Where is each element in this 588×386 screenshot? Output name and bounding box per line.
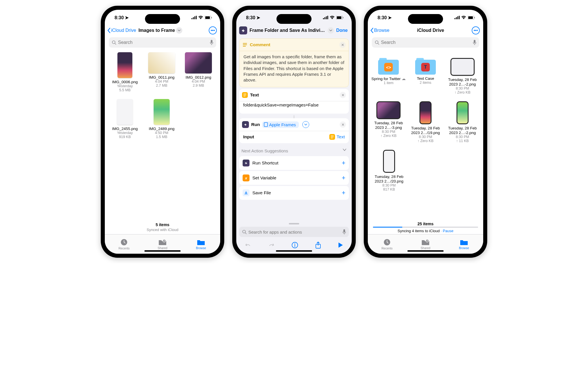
folder-item[interactable]: <> Spring for Twitter ☁︎ 1 item (371, 58, 407, 94)
home-indicator[interactable] (144, 250, 181, 252)
suggestion-save-file[interactable]: Save File + (239, 186, 349, 200)
close-icon[interactable]: ✕ (339, 42, 346, 48)
file-item[interactable]: IMG_0012.png 4:04 PM 2.9 MB (181, 52, 216, 92)
info-button[interactable] (291, 242, 298, 250)
mic-icon[interactable] (343, 229, 346, 234)
back-button[interactable]: iCloud Drive (107, 28, 136, 33)
device-frame-2: 8:30 ➤ Frame Folder and Save As Indivi… … (232, 6, 356, 258)
file-item[interactable]: Tuesday, 28 Feb 2023 2…/20.png 8:30 PM 8… (371, 150, 407, 191)
file-item[interactable]: Tuesday, 28 Feb 2023 2…-2.png 8:30 PM ↑ … (444, 58, 480, 94)
nav-bar: Browse iCloud Drive ••• (368, 25, 483, 37)
plus-icon[interactable]: + (342, 189, 345, 197)
tab-browse[interactable]: Browse (182, 234, 220, 254)
svg-line-31 (245, 233, 246, 234)
file-item[interactable]: IMG_2455.png Yesterday 919 KB (108, 99, 142, 139)
home-indicator[interactable] (407, 250, 444, 252)
clock-icon (383, 238, 391, 246)
svg-rect-39 (457, 16, 458, 19)
svg-rect-46 (474, 40, 475, 43)
chevron-down-icon (343, 148, 347, 151)
done-button[interactable]: Done (336, 28, 348, 33)
plus-icon[interactable]: + (342, 159, 345, 167)
suggestion-run-shortcut[interactable]: Run Shortcut + (239, 156, 349, 170)
shortcut-title[interactable]: Frame Folder and Save As Indivi… (249, 28, 325, 33)
search-input[interactable] (248, 230, 341, 234)
file-item[interactable]: IMG_0011.png 4:04 PM 2.7 MB (144, 52, 179, 92)
text-action[interactable]: Text ✕ folder&quickSave+mergeImages=Fals… (239, 89, 349, 114)
close-icon[interactable]: ✕ (340, 92, 346, 98)
action-drawer[interactable] (236, 221, 352, 254)
svg-rect-19 (343, 17, 343, 18)
suggestions-header[interactable]: Next Action Suggestions (236, 145, 352, 155)
tab-browse[interactable]: Browse (445, 234, 483, 254)
search-field[interactable] (372, 37, 479, 48)
play-button[interactable] (338, 242, 343, 249)
shortcuts-app-icon[interactable] (239, 26, 247, 34)
chevron-down-icon[interactable] (328, 27, 334, 34)
svg-rect-15 (326, 16, 327, 19)
pause-button[interactable]: Pause (443, 229, 453, 233)
more-button[interactable]: ••• (472, 26, 480, 34)
file-item[interactable]: Tuesday, 28 Feb 2023 2…-3.png 8:30 PM ↑ … (371, 101, 407, 143)
run-target-pill[interactable]: Apple Frames (262, 121, 299, 128)
search-field[interactable] (109, 37, 216, 48)
svg-rect-37 (454, 18, 455, 19)
save-file-icon (243, 189, 249, 196)
dynamic-island (276, 14, 312, 24)
file-item[interactable]: IMG_0006.png Yesterday 5.5 MB (108, 52, 142, 92)
shortcuts-app-icon (243, 160, 249, 166)
file-name: Tuesday, 28 Feb 2023 2…-2.png (444, 126, 480, 135)
mic-icon[interactable] (473, 40, 476, 45)
svg-rect-16 (327, 16, 328, 19)
expand-button[interactable] (302, 121, 309, 128)
share-button[interactable] (315, 241, 321, 250)
drag-handle[interactable] (289, 223, 299, 224)
close-icon[interactable]: ✕ (340, 121, 346, 128)
tab-recents[interactable]: Recents (368, 234, 406, 254)
search-input[interactable] (381, 40, 471, 45)
flow-connector (294, 115, 294, 118)
svg-line-8 (115, 43, 116, 44)
device-frame-3: 8:30 ➤ Browse iCloud Drive ••• (364, 6, 487, 258)
search-input[interactable] (118, 40, 208, 45)
run-shortcut-action[interactable]: Run Apple Frames ✕ Input (239, 118, 349, 143)
svg-rect-9 (211, 40, 212, 43)
comment-action[interactable]: Comment ✕ Get all images from a specific… (239, 38, 349, 87)
folder-name: Spring for Twitter ☁︎ (371, 76, 407, 81)
file-grid: IMG_0006.png Yesterday 5.5 MB IMG_0011.p… (105, 51, 220, 222)
plus-icon[interactable]: + (342, 174, 345, 182)
svg-rect-0 (192, 18, 192, 19)
mic-icon[interactable] (210, 40, 213, 45)
wifi-icon (198, 16, 203, 19)
svg-point-49 (427, 240, 428, 240)
cellular-icon (192, 16, 197, 19)
input-label: Input (243, 134, 254, 139)
back-button[interactable]: Browse (370, 28, 389, 33)
suggestion-set-variable[interactable]: x Set Variable + (239, 171, 349, 185)
file-item[interactable]: Tuesday, 28 Feb 2023 2…/19.png 8:30 PM ↑… (408, 101, 444, 143)
redo-button[interactable] (268, 242, 275, 250)
undo-button[interactable] (245, 242, 252, 250)
file-item[interactable]: Tuesday, 28 Feb 2023 2…-2.png 8:30 PM ↑ … (444, 101, 480, 143)
page-title[interactable]: Images to Frame (138, 27, 208, 34)
location-arrow-icon: ➤ (256, 15, 260, 20)
file-name: IMG_0011.png (144, 75, 179, 79)
svg-point-34 (295, 243, 295, 244)
file-name: IMG_0012.png (181, 75, 216, 79)
svg-rect-3 (196, 16, 197, 19)
text-content[interactable]: folder&quickSave+mergeImages=False (239, 101, 349, 114)
file-item[interactable]: IMG_2489.png 4:50 PM 1.5 MB (144, 99, 179, 139)
shared-folder-icon (158, 239, 167, 246)
more-button[interactable]: ••• (209, 26, 217, 34)
item-count: 5 items (105, 222, 220, 227)
search-field[interactable] (239, 227, 349, 237)
input-value-pill[interactable]: Text (329, 134, 345, 140)
tab-recents[interactable]: Recents (105, 234, 143, 254)
svg-rect-38 (456, 17, 457, 19)
file-grid: <> Spring for Twitter ☁︎ 1 item T Text C… (368, 51, 483, 222)
chevron-left-icon (370, 28, 374, 33)
svg-rect-13 (323, 18, 324, 19)
svg-rect-26 (264, 123, 268, 127)
folder-item[interactable]: T Text Case 2 items (408, 58, 444, 94)
home-indicator[interactable] (276, 250, 312, 252)
